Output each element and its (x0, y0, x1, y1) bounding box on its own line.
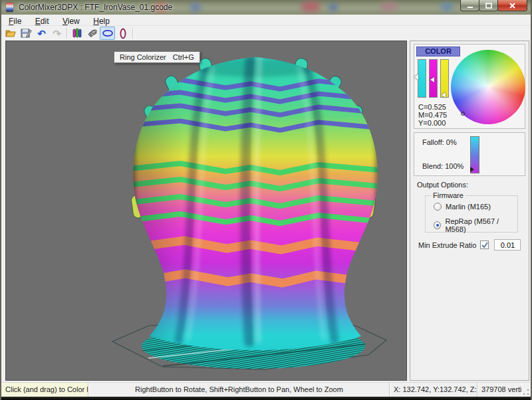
ring-vertical-button[interactable] (115, 27, 130, 40)
falloff-groupbox: Falloff: 0% Blend: 100% (414, 132, 525, 176)
close-icon (509, 2, 516, 9)
titlebar-blur-blob (301, 1, 321, 12)
ring-horizontal-icon (102, 29, 114, 37)
falloff-marker-icon[interactable] (470, 167, 474, 172)
falloff-label: Falloff: 0% (422, 138, 457, 146)
radio-marlin-icon[interactable] (434, 203, 442, 211)
radio-reprap[interactable]: RepRap (M567 / M568) (434, 217, 517, 233)
radio-reprap-icon[interactable] (434, 221, 441, 229)
output-options-title: Output Options: (417, 181, 468, 189)
status-hint: Click (and drag) to Color Ring... (1, 383, 88, 397)
paint-bucket-icon (87, 29, 98, 39)
menubar: File Edit View Help (1, 15, 531, 26)
titlebar-blur-blob (380, 2, 398, 11)
window-controls (461, 0, 527, 11)
save-floppy-icon (21, 28, 32, 39)
check-icon (481, 242, 488, 249)
status-mouse-help: RightButton to Rotate, Shift+RightButton… (89, 383, 390, 397)
falloff-gradient-bar[interactable] (470, 136, 479, 173)
paint-bucket-button[interactable] (84, 27, 100, 40)
blend-label: Blend: 100% (422, 162, 464, 170)
status-coordinates: X: 132.742, Y:132.742, Z: 200.15 (390, 383, 477, 397)
minimize-button[interactable] (460, 0, 479, 11)
maximize-icon (485, 2, 492, 9)
magenta-slider-marker-icon[interactable] (430, 77, 434, 82)
minimize-icon (467, 3, 473, 9)
ring-vertical-icon (119, 28, 127, 39)
window-title: ColorMixer3DPX : FTF_IronVase_01.gcode (19, 3, 172, 12)
save-button[interactable] (19, 27, 34, 40)
redo-icon: ↷ (53, 29, 61, 39)
cyan-value: C=0.525 (418, 103, 446, 111)
resize-grip[interactable] (522, 388, 530, 396)
min-extrude-label: Min Extrude Ratio (418, 241, 476, 249)
yellow-slider[interactable] (440, 59, 449, 98)
ring-colorizer-button[interactable] (100, 27, 115, 40)
min-extrude-row: Min Extrude Ratio (418, 239, 521, 250)
open-folder-icon (5, 29, 17, 38)
tooltip-label: Ring Colorizer (120, 53, 166, 61)
color-header: COLOR (416, 47, 460, 56)
min-extrude-checkbox[interactable] (480, 241, 489, 249)
titlebar-blur-blob (440, 3, 454, 11)
color-wheel-marker-icon (461, 112, 465, 116)
filament-bars-icon (72, 28, 82, 39)
status-vertex-count: 379708 vertices (477, 383, 521, 397)
statusbar: Click (and drag) to Color Ring... RightB… (1, 382, 531, 397)
yellow-slider-marker-icon[interactable] (442, 92, 446, 98)
redo-button[interactable]: ↷ (49, 27, 65, 40)
titlebar-blur-blob (329, 4, 338, 11)
color-wheel[interactable] (451, 50, 525, 124)
app-window: ColorMixer3DPX : FTF_IronVase_01.gcode F… (0, 0, 532, 400)
undo-button[interactable]: ↶ (34, 27, 49, 40)
radio-marlin[interactable]: Marlin (M165) (434, 203, 491, 211)
magenta-value: M=0.475 (418, 111, 447, 119)
app-icon (6, 3, 13, 12)
vase-render (6, 41, 407, 381)
toolbar-separator (66, 28, 67, 39)
firmware-legend: Firmware (431, 191, 466, 199)
tooltip-shortcut: Ctrl+G (173, 53, 194, 61)
close-button[interactable] (497, 0, 527, 11)
open-file-button[interactable] (3, 27, 19, 40)
min-extrude-input[interactable] (494, 239, 521, 250)
filament-colors-button[interactable] (69, 27, 84, 40)
cyan-slider[interactable] (418, 59, 426, 98)
yellow-value: Y=0.000 (418, 119, 446, 127)
titlebar[interactable]: ColorMixer3DPX : FTF_IronVase_01.gcode (1, 0, 531, 15)
window-bottom-border (1, 397, 531, 400)
color-groupbox: COLOR C=0.525 M=0.475 Y=0.000 (414, 44, 525, 129)
viewport-3d[interactable]: Ring ColorizerCtrl+G (5, 41, 407, 381)
titlebar-blur-blob (190, 3, 201, 11)
undo-icon: ↶ (37, 29, 46, 39)
radio-reprap-label: RepRap (M567 / M568) (445, 217, 517, 233)
cyan-slider-marker-icon[interactable] (414, 74, 418, 80)
magenta-slider[interactable] (429, 59, 438, 98)
ring-colorizer-tooltip: Ring ColorizerCtrl+G (114, 51, 200, 63)
toolbar: ↶ ↷ (1, 26, 531, 41)
firmware-groupbox: Firmware Marlin (M165) RepRap (M567 / M5… (425, 195, 518, 233)
radio-marlin-label: Marlin (M165) (446, 203, 491, 211)
settings-panel: COLOR C=0.525 M=0.475 Y=0.000 Falloff: 0… (410, 41, 529, 381)
toolbar-separator (132, 28, 133, 39)
maximize-button[interactable] (479, 0, 498, 11)
